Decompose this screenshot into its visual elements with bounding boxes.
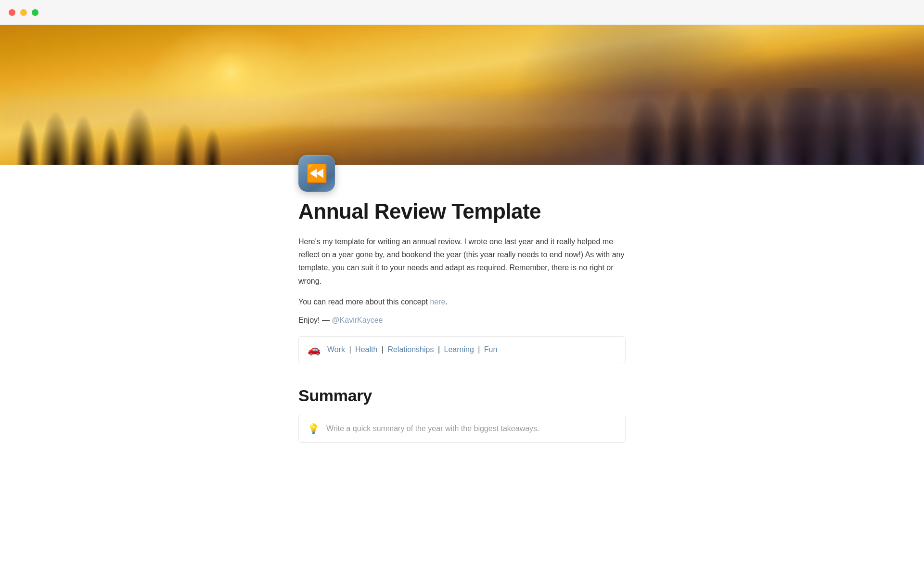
traffic-lights bbox=[9, 9, 38, 16]
separator-4: | bbox=[476, 345, 482, 354]
enjoy-line: Enjoy! — @KavirKaycee bbox=[298, 316, 626, 325]
separator-2: | bbox=[379, 345, 385, 354]
page-icon-emoji: ⏪ bbox=[306, 165, 328, 182]
relationships-link[interactable]: Relationships bbox=[387, 345, 434, 354]
read-more-suffix: . bbox=[445, 298, 447, 306]
page-title: Annual Review Template bbox=[298, 199, 626, 223]
here-link[interactable]: here bbox=[430, 298, 445, 306]
separator-3: | bbox=[436, 345, 442, 354]
read-more-prefix: You can read more about this concept bbox=[298, 298, 430, 306]
enjoy-text: Enjoy! — bbox=[298, 316, 332, 324]
close-button[interactable] bbox=[9, 9, 15, 16]
author-handle: @KavirKaycee bbox=[332, 316, 383, 324]
intro-text: Here's my template for writing an annual… bbox=[298, 235, 626, 288]
callout-emoji: 🚗 bbox=[308, 343, 321, 356]
hero-banner bbox=[0, 25, 924, 165]
work-link[interactable]: Work bbox=[327, 345, 345, 354]
summary-placeholder: Write a quick summary of the year with t… bbox=[326, 424, 539, 433]
summary-block: 💡 Write a quick summary of the year with… bbox=[298, 415, 626, 443]
content-area: ⏪ Annual Review Template Here's my templ… bbox=[0, 25, 924, 481]
mist-layer bbox=[0, 97, 924, 126]
minimize-button[interactable] bbox=[20, 9, 27, 16]
maximize-button[interactable] bbox=[32, 9, 38, 16]
summary-heading: Summary bbox=[298, 386, 626, 405]
health-link[interactable]: Health bbox=[355, 345, 377, 354]
separator-1: | bbox=[347, 345, 353, 354]
read-more-line: You can read more about this concept her… bbox=[298, 295, 626, 308]
learning-link[interactable]: Learning bbox=[444, 345, 474, 354]
window-chrome bbox=[0, 0, 924, 25]
callout-block: 🚗 Work | Health | Relationships | Learni… bbox=[298, 336, 626, 363]
page-body: ⏪ Annual Review Template Here's my templ… bbox=[279, 155, 645, 481]
callout-links: Work | Health | Relationships | Learning… bbox=[327, 345, 497, 354]
summary-emoji: 💡 bbox=[308, 423, 320, 434]
fun-link[interactable]: Fun bbox=[484, 345, 498, 354]
page-icon: ⏪ bbox=[298, 155, 335, 192]
